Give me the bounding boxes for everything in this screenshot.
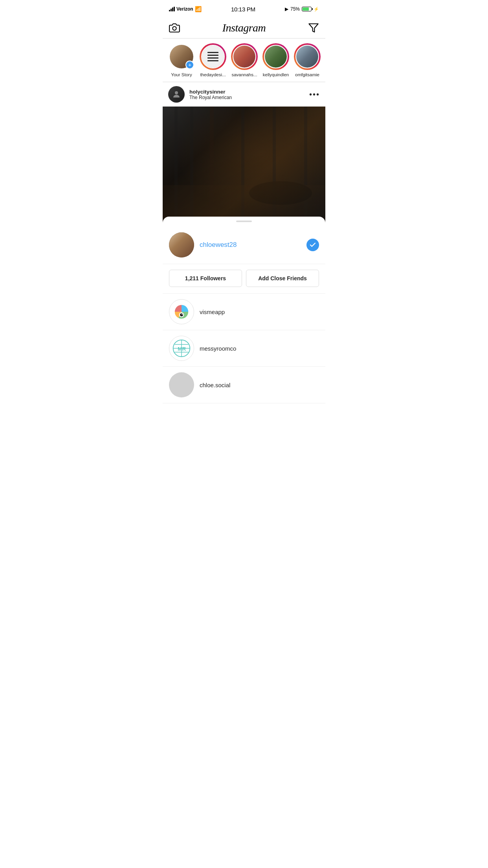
story-savannahs[interactable]: savannahs...: [231, 43, 258, 77]
vismeapp-avatar: [169, 299, 194, 324]
location-icon: ▶: [285, 6, 288, 12]
your-story-avatar-wrapper: +: [168, 43, 195, 70]
thedaydesign-ring: [200, 43, 226, 70]
thedaydesign-label: thedaydesi...: [200, 72, 226, 77]
kellyquindlen-avatar: [264, 45, 288, 68]
thedaydesign-avatar: [201, 45, 225, 68]
sheet-handle: [236, 221, 252, 222]
post-user-info: holycitysinner The Royal American: [189, 89, 305, 100]
signal-bar-2: [171, 9, 172, 11]
add-story-badge: +: [185, 61, 194, 69]
sheet-profile-avatar[interactable]: [169, 232, 194, 257]
app-title: Instagram: [222, 22, 266, 34]
post-avatar-image: [168, 86, 185, 103]
kellyquindlen-avatar-wrapper: [262, 43, 289, 70]
followers-button[interactable]: 1,211 Followers: [169, 270, 242, 287]
status-left: Verizon 📶: [169, 6, 202, 12]
savannahs-label: savannahs...: [231, 72, 257, 77]
chloe-social-username: chloe.social: [200, 382, 230, 388]
sheet-profile-row: chloewest28: [163, 228, 325, 264]
status-right: ▶ 75% ⚡: [285, 6, 319, 12]
story-your-story[interactable]: + Your Story: [168, 43, 195, 77]
carrier-label: Verizon: [176, 6, 193, 12]
sheet-avatar-image: [169, 232, 194, 257]
dm-button[interactable]: [308, 22, 319, 33]
account-selected-icon: [306, 239, 319, 251]
post-options-button[interactable]: •••: [309, 90, 320, 99]
svg-point-15: [182, 314, 182, 314]
signal-bar-3: [172, 7, 173, 11]
account-list: vismeapp MR messyroomco: [163, 294, 325, 403]
story-kellyquindlen[interactable]: kellyquindlen: [262, 43, 289, 77]
svg-point-11: [253, 181, 308, 201]
camera-button[interactable]: [169, 22, 180, 33]
signal-bar-4: [174, 7, 175, 11]
omfgitsamie-ring: [294, 43, 321, 70]
omfgitsamie-label: omfgitsamie: [295, 72, 319, 77]
post-username[interactable]: holycitysinner: [189, 89, 305, 95]
action-buttons: 1,211 Followers Add Close Friends: [163, 264, 325, 294]
signal-bars-icon: [169, 7, 175, 11]
battery-icon: [302, 7, 312, 11]
svg-marker-1: [309, 24, 318, 32]
post-header: holycitysinner The Royal American •••: [163, 82, 325, 107]
stories-row: + Your Story thedaydesi...: [163, 39, 325, 82]
account-item-messyroomco[interactable]: MR messyroomco: [163, 330, 325, 367]
omfgitsamie-avatar: [295, 45, 319, 68]
messyroomco-username: messyroomco: [200, 345, 236, 352]
account-item-vismeapp[interactable]: vismeapp: [163, 294, 325, 330]
post-location[interactable]: The Royal American: [189, 95, 305, 100]
thedaydesign-avatar-wrapper: [200, 43, 226, 70]
add-close-friends-button[interactable]: Add Close Friends: [246, 270, 319, 287]
post-author-avatar[interactable]: [168, 86, 185, 103]
your-story-label: Your Story: [171, 72, 192, 77]
svg-point-0: [172, 26, 176, 30]
messyroomco-avatar: MR: [169, 336, 194, 361]
chloe-social-avatar: [169, 372, 194, 397]
battery-percent: 75%: [290, 6, 300, 12]
savannahs-ring: [231, 43, 258, 70]
charging-icon: ⚡: [314, 7, 319, 12]
story-thedaydesign[interactable]: thedaydesi...: [200, 43, 226, 77]
svg-point-2: [175, 91, 178, 94]
kellyquindlen-label: kellyquindlen: [263, 72, 289, 77]
status-bar: Verizon 📶 10:13 PM ▶ 75% ⚡: [163, 0, 325, 17]
post-image: [163, 107, 325, 224]
kellyquindlen-ring: [262, 43, 289, 70]
app-header: Instagram: [163, 17, 325, 39]
signal-bar-1: [169, 10, 170, 11]
bottom-sheet: chloewest28 1,211 Followers Add Close Fr…: [163, 217, 325, 403]
story-omfgitsamie[interactable]: omfgitsamie: [294, 43, 321, 77]
account-item-chloe-social[interactable]: chloe.social: [163, 367, 325, 403]
svg-point-14: [180, 313, 183, 316]
savannahs-avatar: [233, 45, 256, 68]
savannahs-avatar-wrapper: [231, 43, 258, 70]
omfgitsamie-avatar-wrapper: [294, 43, 321, 70]
sheet-profile-username[interactable]: chloewest28: [200, 241, 301, 249]
status-time: 10:13 PM: [231, 6, 255, 13]
wifi-icon: 📶: [195, 6, 202, 12]
svg-text:MR: MR: [178, 346, 186, 352]
vismeapp-username: vismeapp: [200, 309, 225, 315]
